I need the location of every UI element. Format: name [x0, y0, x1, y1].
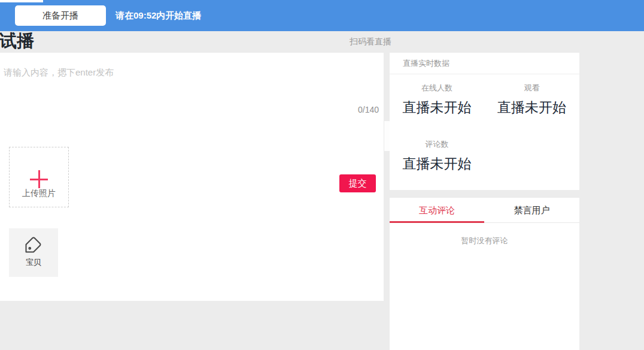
- char-counter: 0/140: [358, 105, 379, 114]
- prepare-broadcast-button[interactable]: 准备开播: [15, 5, 106, 26]
- upload-photo-button[interactable]: 上传照片: [9, 147, 69, 207]
- page-title: 试播: [0, 31, 34, 51]
- tab-muted-users[interactable]: 禁言用户: [484, 198, 579, 223]
- no-comments-message: 暂时没有评论: [390, 236, 579, 246]
- panel-divider-handle: [384, 121, 390, 151]
- comments-tab-bar: 互动评论 禁言用户: [390, 198, 579, 223]
- submit-button[interactable]: 提交: [339, 174, 376, 192]
- stat-value-comment-count: 直播未开始: [390, 155, 484, 173]
- composer-panel: 0/140 上传照片 提交 宝贝: [0, 53, 384, 301]
- tag-icon: [25, 236, 42, 254]
- active-tab-underline: [390, 221, 484, 223]
- broadcast-countdown-text: 请在09:52内开始直播: [116, 0, 201, 31]
- live-stats-title: 直播实时数据: [390, 53, 579, 74]
- topbar: 准备开播 请在09:52内开始直播: [0, 0, 644, 31]
- stat-value-views: 直播未开始: [484, 98, 579, 117]
- comments-panel: 互动评论 禁言用户 暂时没有评论: [390, 198, 579, 350]
- scan-qr-watch-live-link[interactable]: 扫码看直播: [350, 37, 391, 47]
- stat-label-comment-count: 评论数: [390, 139, 484, 150]
- live-broadcast-console: 准备开播 请在09:52内开始直播 试播 扫码看直播 0/140 上传照片 提交…: [0, 0, 644, 350]
- stat-value-online-count: 直播未开始: [390, 98, 484, 117]
- tab-interactive-comments[interactable]: 互动评论: [390, 198, 484, 223]
- stat-label-online-count: 在线人数: [390, 83, 484, 93]
- top-left-corner-artifact: [0, 0, 43, 2]
- product-label: 宝贝: [9, 257, 58, 268]
- broadcast-message-input[interactable]: [4, 66, 357, 119]
- plus-icon: [30, 170, 48, 188]
- product-button[interactable]: 宝贝: [9, 228, 58, 277]
- stat-label-views: 观看: [484, 83, 579, 93]
- upload-photo-label: 上传照片: [10, 188, 68, 199]
- live-stats-panel: 直播实时数据 在线人数 观看 直播未开始 直播未开始 评论数 直播未开始: [390, 53, 579, 190]
